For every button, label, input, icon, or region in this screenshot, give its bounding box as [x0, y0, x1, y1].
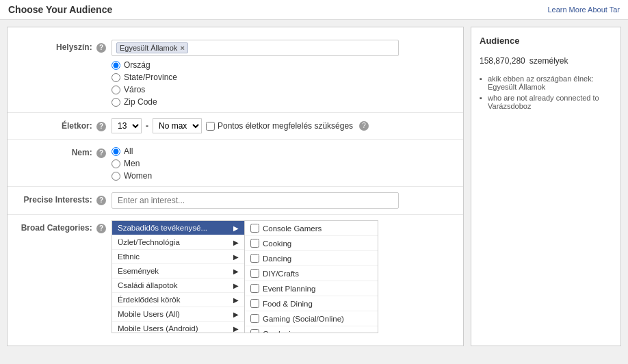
audience-count: 158,870,280 személyek [480, 50, 612, 68]
location-content: Egyesült Államok × Ország State/Province [112, 40, 455, 107]
precise-interests-content [112, 192, 455, 209]
subcategory-item[interactable]: DIY/Crafts [245, 266, 378, 281]
category-item[interactable]: Események▶ [112, 264, 244, 278]
age-help-icon[interactable]: ? [96, 122, 106, 131]
broad-categories-help-icon[interactable]: ? [96, 224, 106, 233]
age-content: 13 18 21 25 - No max 18 25 35 65 [112, 118, 455, 133]
category-item[interactable]: Üzlet/Technológia▶ [112, 235, 244, 250]
location-type-group: Ország State/Province Város Zip Code [112, 60, 455, 107]
subcategory-item[interactable]: Console Gamers [245, 221, 378, 236]
broad-categories-label: Broad Categories: ? [16, 220, 112, 233]
age-label: Életkor: ? [16, 118, 112, 131]
gender-row: Nem: ? All Men Women [8, 140, 463, 187]
location-option-state[interactable]: State/Province [112, 73, 455, 82]
location-tag-remove[interactable]: × [180, 44, 184, 52]
category-item[interactable]: Ethnic▶ [112, 250, 244, 264]
subcategory-item[interactable]: Dancing [245, 251, 378, 266]
category-list[interactable]: Szabadidős tevékenysé...▶Üzlet/Technológ… [112, 220, 245, 333]
age-precise-checkbox[interactable] [206, 122, 215, 131]
location-help-icon[interactable]: ? [96, 43, 106, 53]
location-tag: Egyesült Államok × [116, 42, 188, 53]
location-option-zip[interactable]: Zip Code [112, 97, 455, 107]
subcategory-list[interactable]: Console GamersCookingDancingDIY/CraftsEv… [245, 220, 378, 333]
category-item[interactable]: Családi állapotok▶ [112, 278, 244, 293]
audience-bullet: akik ebben az országban élnek: Egyesült … [480, 73, 612, 92]
age-precise-help-icon[interactable]: ? [359, 121, 369, 131]
page-header: Choose Your Audience Learn More About Ta… [0, 0, 628, 20]
broad-categories-row: Broad Categories: ? Szabadidős tevékenys… [8, 215, 463, 339]
location-option-country[interactable]: Ország [112, 60, 455, 70]
gender-all[interactable]: All [112, 146, 455, 156]
audience-bullet: who are not already connected to Varázsd… [480, 92, 612, 112]
age-min-select[interactable]: 13 18 21 25 [112, 118, 142, 133]
page-title: Choose Your Audience [8, 4, 112, 15]
categories-container: Szabadidős tevékenysé...▶Üzlet/Technológ… [112, 220, 399, 333]
gender-women[interactable]: Women [112, 171, 455, 181]
subcategory-item[interactable]: Gaming (Social/Online) [245, 311, 378, 326]
location-option-city[interactable]: Város [112, 85, 455, 94]
category-item[interactable]: Érdeklődési körök▶ [112, 293, 244, 307]
age-controls: 13 18 21 25 - No max 18 25 35 65 [112, 118, 455, 133]
main-container: Helyszín: ? Egyesült Államok × Ország [0, 20, 628, 353]
precise-interests-label: Precise Interests: ? [16, 192, 112, 205]
subcategory-item[interactable]: Gardening [245, 326, 378, 333]
location-row: Helyszín: ? Egyesült Államok × Ország [8, 34, 463, 113]
location-input[interactable] [191, 43, 394, 53]
age-max-select[interactable]: No max 18 25 35 65 [153, 118, 202, 133]
location-input-wrap: Egyesült Államok × [112, 40, 399, 56]
subcategory-item[interactable]: Event Planning [245, 281, 378, 296]
subcategory-item[interactable]: Cooking [245, 236, 378, 251]
precise-interests-input[interactable] [112, 192, 399, 209]
audience-title: Audience [480, 36, 612, 46]
subcategory-item[interactable]: Food & Dining [245, 296, 378, 311]
precise-interests-help-icon[interactable]: ? [96, 196, 106, 205]
category-item[interactable]: Szabadidős tevékenysé...▶ [112, 221, 244, 235]
location-label: Helyszín: ? [16, 40, 112, 53]
category-item[interactable]: Mobile Users (All)▶ [112, 307, 244, 322]
gender-group: All Men Women [112, 146, 455, 181]
age-dash: - [146, 121, 148, 131]
form-section: Helyszín: ? Egyesült Államok × Ország [7, 27, 464, 346]
gender-help-icon[interactable]: ? [96, 148, 106, 158]
category-item[interactable]: Mobile Users (Android)▶ [112, 322, 244, 333]
age-row: Életkor: ? 13 18 21 25 - No max 18 25 [8, 113, 463, 140]
age-precise-label[interactable]: Pontos életkor megfelelés szükséges [206, 121, 353, 131]
gender-label: Nem: ? [16, 145, 112, 158]
precise-interests-row: Precise Interests: ? [8, 187, 463, 215]
gender-men[interactable]: Men [112, 159, 455, 168]
audience-bullets: akik ebben az országban élnek: Egyesült … [480, 73, 612, 112]
audience-sidebar: Audience 158,870,280 személyek akik ebbe… [471, 27, 621, 346]
learn-more-link[interactable]: Learn More About Tar [547, 5, 620, 14]
broad-categories-content: Szabadidős tevékenysé...▶Üzlet/Technológ… [112, 220, 455, 333]
gender-content: All Men Women [112, 145, 455, 181]
